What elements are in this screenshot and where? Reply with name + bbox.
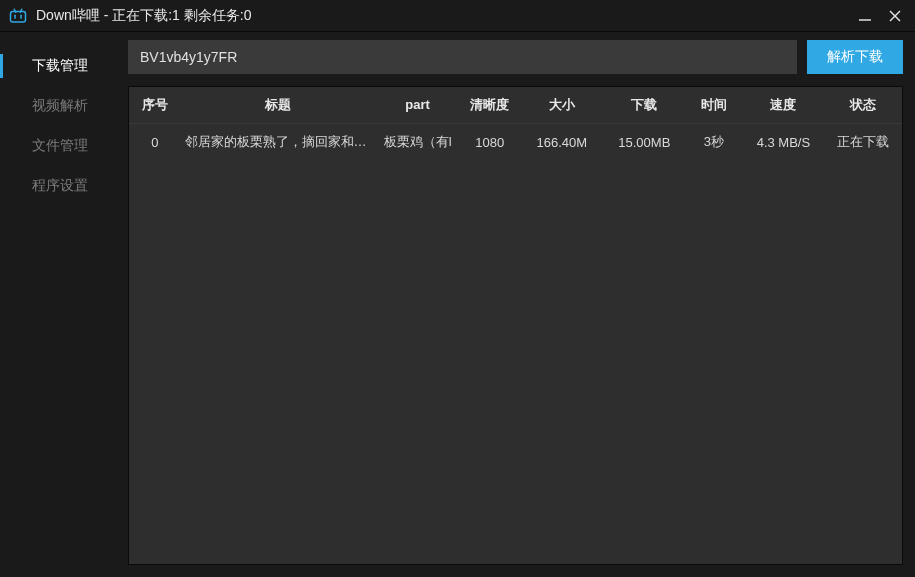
- search-bar: 解析下载: [128, 40, 903, 74]
- sidebar-item-label: 下载管理: [32, 57, 88, 75]
- parse-download-button[interactable]: 解析下载: [807, 40, 903, 74]
- cell-quality: 1080: [459, 123, 521, 161]
- cell-size: 166.40M: [521, 123, 603, 161]
- sidebar-item-label: 视频解析: [32, 97, 88, 115]
- titlebar: Down哔哩 - 正在下载:1 剩余任务:0: [0, 0, 915, 32]
- col-header-time[interactable]: 时间: [686, 87, 743, 123]
- download-table: 序号 标题 part 清晰度 大小 下载 时间 速度 状态 0 邻居家的板栗熟了: [128, 86, 903, 565]
- app-icon: [8, 6, 28, 26]
- col-header-size[interactable]: 大小: [521, 87, 603, 123]
- cell-downloaded: 15.00MB: [603, 123, 685, 161]
- titlebar-controls: [855, 6, 911, 26]
- table-row[interactable]: 0 邻居家的板栗熟了，摘回家和土鸡 板栗鸡（有l 1080 166.40M 15…: [129, 123, 902, 161]
- cell-index: 0: [129, 123, 181, 161]
- sidebar-item-download-manager[interactable]: 下载管理: [0, 46, 120, 86]
- main-panel: 解析下载 序号 标题 part 清晰度 大小 下载 时: [120, 32, 915, 577]
- col-header-downloaded[interactable]: 下载: [603, 87, 685, 123]
- sidebar-item-video-parse[interactable]: 视频解析: [0, 86, 120, 126]
- sidebar-item-settings[interactable]: 程序设置: [0, 166, 120, 206]
- minimize-button[interactable]: [855, 6, 875, 26]
- titlebar-text: Down哔哩 - 正在下载:1 剩余任务:0: [36, 7, 855, 25]
- cell-time: 3秒: [686, 123, 743, 161]
- cell-title: 邻居家的板栗熟了，摘回家和土鸡: [181, 123, 377, 161]
- col-header-index[interactable]: 序号: [129, 87, 181, 123]
- cell-speed: 4.3 MB/S: [742, 123, 824, 161]
- sidebar-item-file-manager[interactable]: 文件管理: [0, 126, 120, 166]
- sidebar-item-label: 程序设置: [32, 177, 88, 195]
- col-header-part[interactable]: part: [376, 87, 458, 123]
- url-input[interactable]: [128, 40, 797, 74]
- cell-status: 正在下载: [825, 123, 902, 161]
- close-button[interactable]: [885, 6, 905, 26]
- cell-part: 板栗鸡（有l: [376, 123, 458, 161]
- sidebar: 下载管理 视频解析 文件管理 程序设置: [0, 32, 120, 577]
- sidebar-item-label: 文件管理: [32, 137, 88, 155]
- col-header-quality[interactable]: 清晰度: [459, 87, 521, 123]
- svg-rect-0: [11, 11, 26, 22]
- table-header-row: 序号 标题 part 清晰度 大小 下载 时间 速度 状态: [129, 87, 902, 123]
- col-header-title[interactable]: 标题: [181, 87, 377, 123]
- col-header-status[interactable]: 状态: [825, 87, 902, 123]
- col-header-speed[interactable]: 速度: [742, 87, 824, 123]
